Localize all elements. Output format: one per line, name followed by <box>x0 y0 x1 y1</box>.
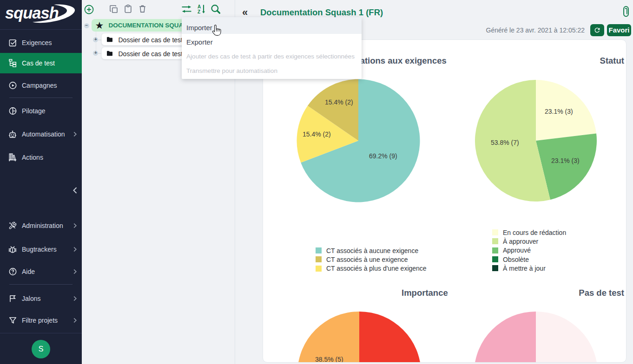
svg-text:A: A <box>198 4 201 9</box>
svg-text:squash: squash <box>5 4 59 22</box>
svg-text:Z: Z <box>198 9 200 14</box>
